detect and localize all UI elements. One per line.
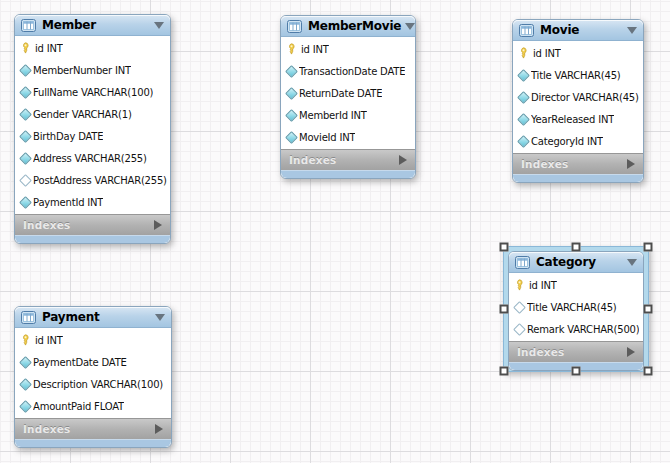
column-row[interactable]: YearReleased INT bbox=[513, 108, 643, 130]
table-title: Payment bbox=[42, 310, 151, 324]
column-text: Remark VARCHAR(500) bbox=[527, 324, 639, 335]
column-text: AmountPaid FLOAT bbox=[33, 401, 124, 412]
column-icon bbox=[517, 135, 530, 148]
column-text: PaymentDate DATE bbox=[33, 357, 127, 368]
column-row[interactable]: id INT bbox=[509, 274, 643, 296]
selection-handle-top-right[interactable] bbox=[644, 243, 653, 252]
collapse-arrow-icon[interactable] bbox=[154, 22, 164, 29]
column-row[interactable]: Title VARCHAR(45) bbox=[509, 296, 643, 318]
column-text: MovieId INT bbox=[299, 132, 355, 143]
diagram-canvas[interactable]: Member id INT MemberNumber INT FullName … bbox=[0, 0, 670, 463]
column-row[interactable]: PaymentId INT bbox=[15, 191, 170, 213]
table-icon bbox=[287, 20, 302, 33]
selection-handle-bottom-left[interactable] bbox=[500, 367, 509, 376]
column-list: id INT PaymentDate DATE Description VARC… bbox=[15, 328, 171, 418]
column-text: PaymentId INT bbox=[33, 197, 103, 208]
expand-arrow-icon[interactable] bbox=[154, 220, 162, 230]
column-row[interactable]: CategoryId INT bbox=[513, 130, 643, 152]
column-row[interactable]: id INT bbox=[513, 42, 643, 64]
indexes-bar[interactable]: Indexes bbox=[513, 153, 643, 174]
column-row[interactable]: MemberNumber INT bbox=[15, 59, 170, 81]
column-row[interactable]: TransactionDate DATE bbox=[281, 60, 415, 82]
column-row[interactable]: Director VARCHAR(45) bbox=[513, 86, 643, 108]
selection-handle-middle-right[interactable] bbox=[644, 305, 653, 314]
column-text: MemberNumber INT bbox=[33, 65, 131, 76]
column-text: BirthDay DATE bbox=[33, 131, 103, 142]
column-row[interactable]: BirthDay DATE bbox=[15, 125, 170, 147]
column-row[interactable]: Address VARCHAR(255) bbox=[15, 147, 170, 169]
indexes-bar[interactable]: Indexes bbox=[509, 341, 643, 362]
collapse-arrow-icon[interactable] bbox=[627, 27, 637, 34]
column-row[interactable]: PostAddress VARCHAR(255) bbox=[15, 169, 170, 191]
selection-handle-middle-left[interactable] bbox=[500, 305, 509, 314]
column-text: id INT bbox=[529, 280, 557, 291]
column-row[interactable]: Gender VARCHAR(1) bbox=[15, 103, 170, 125]
column-icon bbox=[517, 113, 530, 126]
column-icon bbox=[285, 131, 298, 144]
column-row[interactable]: id INT bbox=[15, 329, 171, 351]
selection-handle-top-left[interactable] bbox=[500, 243, 509, 252]
column-text: FullName VARCHAR(100) bbox=[33, 87, 153, 98]
column-row[interactable]: id INT bbox=[281, 38, 415, 60]
column-row[interactable]: ReturnDate DATE bbox=[281, 82, 415, 104]
column-icon bbox=[285, 87, 298, 100]
table-bottom-strip bbox=[15, 235, 170, 243]
column-row[interactable]: Description VARCHAR(100) bbox=[15, 373, 171, 395]
column-text: PostAddress VARCHAR(255) bbox=[33, 175, 167, 186]
table-movie-header[interactable]: Movie bbox=[513, 20, 643, 41]
column-text: Address VARCHAR(255) bbox=[33, 153, 147, 164]
collapse-arrow-icon[interactable] bbox=[155, 314, 165, 321]
table-payment-header[interactable]: Payment bbox=[15, 307, 171, 328]
column-text: Title VARCHAR(45) bbox=[527, 302, 617, 313]
indexes-bar[interactable]: Indexes bbox=[15, 214, 170, 235]
expand-arrow-icon[interactable] bbox=[627, 347, 635, 357]
expand-arrow-icon[interactable] bbox=[627, 159, 635, 169]
primary-key-icon bbox=[286, 43, 297, 55]
indexes-bar[interactable]: Indexes bbox=[15, 418, 171, 439]
table-movie[interactable]: Movie id INT Title VARCHAR(45) Director … bbox=[512, 19, 644, 183]
table-title: Movie bbox=[540, 23, 623, 37]
table-category-header[interactable]: Category bbox=[509, 252, 643, 273]
column-row[interactable]: MovieId INT bbox=[281, 126, 415, 148]
column-text: ReturnDate DATE bbox=[299, 88, 382, 99]
collapse-arrow-icon[interactable] bbox=[627, 259, 637, 266]
column-text: CategoryId INT bbox=[531, 136, 603, 147]
primary-key-icon bbox=[20, 334, 31, 346]
table-title: Member bbox=[42, 18, 150, 32]
column-row[interactable]: Title VARCHAR(45) bbox=[513, 64, 643, 86]
column-icon bbox=[517, 91, 530, 104]
column-text: id INT bbox=[35, 335, 63, 346]
table-membermovie[interactable]: MemberMovie id INT TransactionDate DATE … bbox=[280, 15, 416, 179]
table-member-header[interactable]: Member bbox=[15, 15, 170, 36]
table-member[interactable]: Member id INT MemberNumber INT FullName … bbox=[14, 14, 171, 244]
column-icon bbox=[285, 109, 298, 122]
indexes-label: Indexes bbox=[23, 423, 71, 435]
column-icon bbox=[19, 130, 32, 143]
column-row[interactable]: MemberId INT bbox=[281, 104, 415, 126]
table-payment[interactable]: Payment id INT PaymentDate DATE Descript… bbox=[14, 306, 172, 448]
column-text: TransactionDate DATE bbox=[299, 66, 405, 77]
expand-arrow-icon[interactable] bbox=[399, 155, 407, 165]
indexes-label: Indexes bbox=[23, 219, 71, 231]
column-icon bbox=[19, 108, 32, 121]
table-title: Category bbox=[536, 255, 623, 269]
column-row[interactable]: FullName VARCHAR(100) bbox=[15, 81, 170, 103]
selection-frame[interactable]: Category id INT Title VARCHAR(45) Remark… bbox=[503, 246, 649, 372]
column-row[interactable]: AmountPaid FLOAT bbox=[15, 395, 171, 417]
table-category[interactable]: Category id INT Title VARCHAR(45) Remark… bbox=[508, 251, 644, 371]
column-row[interactable]: id INT bbox=[15, 37, 170, 59]
selection-handle-bottom-middle[interactable] bbox=[572, 367, 581, 376]
collapse-arrow-icon[interactable] bbox=[405, 23, 415, 30]
table-membermovie-header[interactable]: MemberMovie bbox=[281, 16, 415, 37]
column-text: id INT bbox=[533, 48, 561, 59]
column-row[interactable]: PaymentDate DATE bbox=[15, 351, 171, 373]
column-list: id INT Title VARCHAR(45) Director VARCHA… bbox=[513, 41, 643, 153]
expand-arrow-icon[interactable] bbox=[155, 424, 163, 434]
column-text: Gender VARCHAR(1) bbox=[33, 109, 132, 120]
selection-handle-bottom-right[interactable] bbox=[644, 367, 653, 376]
selection-handle-top-middle[interactable] bbox=[572, 243, 581, 252]
column-row[interactable]: Remark VARCHAR(500) bbox=[509, 318, 643, 340]
column-icon bbox=[285, 65, 298, 78]
indexes-bar[interactable]: Indexes bbox=[281, 149, 415, 170]
column-text: Description VARCHAR(100) bbox=[33, 379, 163, 390]
